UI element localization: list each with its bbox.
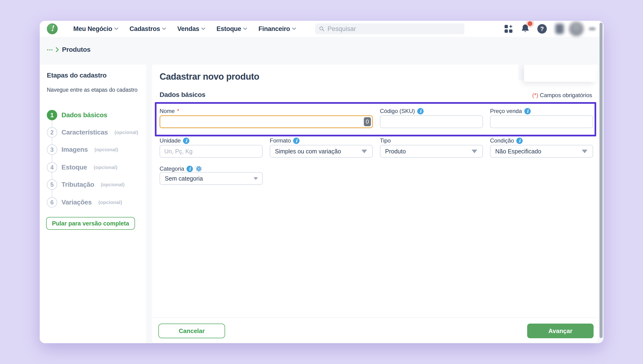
notifications-button[interactable] [520,24,530,34]
brand-logo[interactable]: ! [47,24,58,34]
chevron-down-icon [243,28,247,30]
step-dados-basicos[interactable]: 1 Dados básicos [47,110,107,120]
navbar-right-icons: ? [504,21,596,37]
advance-button[interactable]: Avançar [527,324,594,338]
formato-label: Formato i [270,137,300,144]
top-navbar: ! Meu Negócio Cadastros Vendas Estoque F… [40,21,604,37]
step-variacoes[interactable]: 6 Variações (opcional) [47,197,122,208]
menu-item-cadastros[interactable]: Cadastros [130,25,166,32]
info-icon[interactable]: i [293,138,300,144]
caret-down-icon [582,150,588,153]
step-number-badge: 1 [47,110,57,120]
caret-down-icon [254,177,258,180]
categoria-label: Categoria i [160,165,202,172]
required-mark: (*) [532,92,538,98]
info-icon[interactable]: i [417,108,424,114]
help-button[interactable]: ? [537,24,547,34]
section-title: Dados básicos [160,91,206,98]
product-form-card: Cadastrar novo produto Dados básicos (*)… [152,64,598,343]
notification-dot [528,21,532,26]
steps-sidebar: Etapas do cadastro Navegue entre as etap… [40,64,146,343]
breadcrumb-ellipsis[interactable]: ... [47,45,53,52]
required-asterisk: * [177,108,179,114]
optional-tag: (opcional) [101,182,124,188]
tipo-select[interactable]: Produto [380,145,483,158]
required-fields-note: (*) Campos obrigatórios [532,92,592,98]
breadcrumb: ... Produtos [47,44,90,56]
menu-item-estoque[interactable]: Estoque [216,25,247,32]
tipo-label: Tipo [380,137,391,144]
condicao-select[interactable]: Não Especificado [490,145,593,158]
step-number-badge: 5 [47,180,57,190]
optional-tag: (opcional) [94,164,117,170]
menu-item-vendas[interactable]: Vendas [177,25,205,32]
chevron-down-icon [202,28,205,30]
user-avatar[interactable] [569,22,584,36]
caret-down-icon [472,150,477,153]
footer-divider [152,318,598,318]
preco-venda-label: Preço venda i [490,108,531,114]
info-icon[interactable]: i [524,108,531,114]
cancel-button[interactable]: Cancelar [158,324,225,338]
chevron-down-icon [292,28,296,30]
info-icon[interactable]: i [183,138,189,144]
optional-tag: (opcional) [114,130,138,135]
global-search [315,24,464,34]
preco-venda-input[interactable] [490,115,593,128]
step-caracteristicas[interactable]: 2 Características (opcional) [47,127,138,138]
step-number-badge: 3 [47,144,57,155]
formato-select[interactable]: Simples ou com variação [270,145,373,158]
step-tributacao[interactable]: 5 Tributação (opcional) [47,180,124,190]
codigo-sku-input[interactable] [380,115,483,128]
nome-input[interactable] [160,115,373,128]
step-estoque[interactable]: 4 Estoque (opcional) [47,162,118,172]
codigo-sku-label: Código (SKU) i [380,108,424,114]
search-icon [319,26,324,32]
page-title: Cadastrar novo produto [160,72,259,82]
char-counter-badge: 0 [364,117,371,126]
logo-glyph: ! [50,24,54,32]
optional-tag: (opcional) [98,200,122,205]
unidade-label: Unidade i [160,137,189,144]
breadcrumb-current: Produtos [62,46,90,54]
step-number-badge: 6 [47,197,57,208]
floating-panel [524,65,596,82]
chevron-down-icon [162,28,166,30]
sidebar-title: Etapas do cadastro [47,72,146,79]
condicao-label: Condição i [490,137,523,144]
nome-label: Nome* [160,108,179,114]
skip-to-full-version-button[interactable]: Pular para versão completa [46,217,135,230]
step-number-badge: 4 [47,162,57,172]
apps-grid-icon[interactable] [504,24,513,34]
search-input[interactable] [328,25,461,32]
account-area [555,22,596,36]
chevron-right-icon [56,47,59,52]
vertical-scrollbar[interactable] [600,23,602,338]
app-window: ! Meu Negócio Cadastros Vendas Estoque F… [40,21,604,343]
sidebar-subtitle: Navegue entre as etapas do cadastro [47,87,146,93]
info-icon[interactable]: i [516,138,523,144]
main-menu: Meu Negócio Cadastros Vendas Estoque Fin… [73,25,296,32]
chevron-down-icon [114,28,118,30]
card-top-notch [518,64,524,80]
unidade-input[interactable] [160,145,263,158]
step-number-badge: 2 [47,127,57,138]
info-icon[interactable]: i [186,166,193,172]
caret-down-icon [362,150,367,153]
blurred-company-logo[interactable] [555,24,564,34]
menu-item-financeiro[interactable]: Financeiro [258,25,296,32]
blurred-account-label [589,28,596,30]
menu-item-meu-negocio[interactable]: Meu Negócio [73,25,118,32]
categoria-select[interactable]: Sem categoria [160,172,263,185]
step-imagens[interactable]: 3 Imagens (opcional) [47,144,118,155]
gear-icon[interactable] [195,165,202,172]
optional-tag: (opcional) [94,147,118,152]
